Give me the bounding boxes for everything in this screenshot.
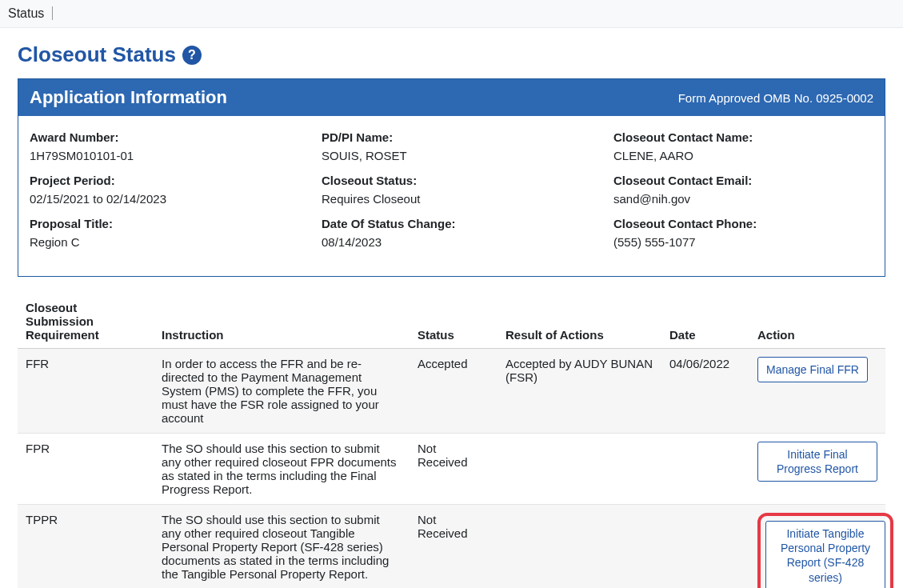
help-icon[interactable]: ? (182, 46, 202, 65)
th-instruction: Instruction (154, 294, 410, 349)
closeout-contact-name-label: Closeout Contact Name: (613, 130, 873, 144)
th-action: Action (749, 294, 885, 349)
cell-action: Manage Final FFR (749, 349, 885, 434)
proposal-title-value: Region C (30, 235, 290, 249)
cell-action: Initiate Tangible Personal Property Repo… (749, 505, 885, 589)
table-row-ffr: FFR In order to access the FFR and be re… (18, 349, 885, 434)
info-col-2: PD/PI Name: SOUIS, ROSET Closeout Status… (322, 130, 581, 260)
pdpi-name-value: SOUIS, ROSET (322, 149, 581, 162)
cell-result (497, 505, 661, 589)
initiate-tppr-button[interactable]: Initiate Tangible Personal Property Repo… (765, 521, 885, 588)
closeout-contact-phone-block: Closeout Contact Phone: (555) 555-1077 (613, 217, 873, 249)
award-number-value: 1H79SM010101-01 (30, 149, 290, 162)
panel-header-omb: Form Approved OMB No. 0925-0002 (678, 91, 873, 105)
award-number-block: Award Number: 1H79SM010101-01 (30, 130, 290, 162)
th-requirement: Closeout Submission Requirement (18, 294, 154, 349)
cell-instruction: The SO should use this section to submit… (154, 434, 410, 505)
panel-body: Award Number: 1H79SM010101-01 Project Pe… (18, 116, 885, 276)
proposal-title-block: Proposal Title: Region C (30, 217, 290, 249)
cell-requirement: FPR (18, 434, 154, 505)
cell-instruction: The SO should use this section to submit… (154, 505, 410, 589)
table-header-row: Closeout Submission Requirement Instruct… (18, 294, 885, 349)
cell-result: Accepted by AUDY BUNAN (FSR) (497, 349, 661, 434)
initiate-final-progress-report-button[interactable]: Initiate Final Progress Report (757, 442, 877, 482)
th-date: Date (661, 294, 749, 349)
closeout-status-label: Closeout Status: (322, 174, 581, 187)
highlight-ring: Initiate Tangible Personal Property Repo… (757, 513, 893, 588)
cell-status: Not Received (410, 505, 497, 589)
top-bar: Status (0, 0, 903, 28)
th-status: Status (410, 294, 497, 349)
project-period-block: Project Period: 02/15/2021 to 02/14/2023 (30, 174, 290, 206)
closeout-contact-name-block: Closeout Contact Name: CLENE, AARO (613, 130, 873, 162)
cell-requirement: FFR (18, 349, 154, 434)
project-period-value: 02/15/2021 to 02/14/2023 (30, 192, 290, 206)
table-row-fpr: FPR The SO should use this section to su… (18, 434, 885, 505)
cell-action: Initiate Final Progress Report (749, 434, 885, 505)
manage-final-ffr-button[interactable]: Manage Final FFR (757, 357, 868, 382)
status-change-date-label: Date Of Status Change: (322, 217, 581, 230)
pdpi-name-label: PD/PI Name: (322, 130, 581, 144)
cell-result (497, 434, 661, 505)
cell-status: Not Received (410, 434, 497, 505)
page-title-row: Closeout Status ? (18, 42, 885, 67)
status-change-date-value: 08/14/2023 (322, 235, 581, 249)
closeout-submission-table: Closeout Submission Requirement Instruct… (18, 294, 885, 588)
cell-date (661, 505, 749, 589)
project-period-label: Project Period: (30, 174, 290, 187)
page-title: Closeout Status (18, 42, 176, 67)
top-bar-title: Status (8, 6, 53, 20)
closeout-status-value: Requires Closeout (322, 192, 581, 206)
closeout-contact-phone-label: Closeout Contact Phone: (613, 217, 873, 230)
cell-status: Accepted (410, 349, 497, 434)
closeout-contact-email-block: Closeout Contact Email: sand@nih.gov (613, 174, 873, 206)
closeout-status-block: Closeout Status: Requires Closeout (322, 174, 581, 206)
application-info-panel: Application Information Form Approved OM… (18, 78, 885, 277)
cell-instruction: In order to access the FFR and be re-dir… (154, 349, 410, 434)
proposal-title-label: Proposal Title: (30, 217, 290, 230)
panel-header-title: Application Information (30, 87, 227, 108)
status-change-date-block: Date Of Status Change: 08/14/2023 (322, 217, 581, 249)
cell-date: 04/06/2022 (661, 349, 749, 434)
closeout-contact-phone-value: (555) 555-1077 (613, 235, 873, 249)
closeout-contact-email-value: sand@nih.gov (613, 192, 873, 206)
info-col-3: Closeout Contact Name: CLENE, AARO Close… (613, 130, 873, 260)
main-content: Closeout Status ? Application Informatio… (0, 28, 903, 588)
panel-header: Application Information Form Approved OM… (18, 79, 885, 116)
cell-requirement: TPPR (18, 505, 154, 589)
closeout-contact-email-label: Closeout Contact Email: (613, 174, 873, 187)
table-row-tppr: TPPR The SO should use this section to s… (18, 505, 885, 589)
cell-date (661, 434, 749, 505)
pdpi-name-block: PD/PI Name: SOUIS, ROSET (322, 130, 581, 162)
closeout-contact-name-value: CLENE, AARO (613, 149, 873, 162)
th-result: Result of Actions (497, 294, 661, 349)
info-col-1: Award Number: 1H79SM010101-01 Project Pe… (30, 130, 290, 260)
award-number-label: Award Number: (30, 130, 290, 144)
